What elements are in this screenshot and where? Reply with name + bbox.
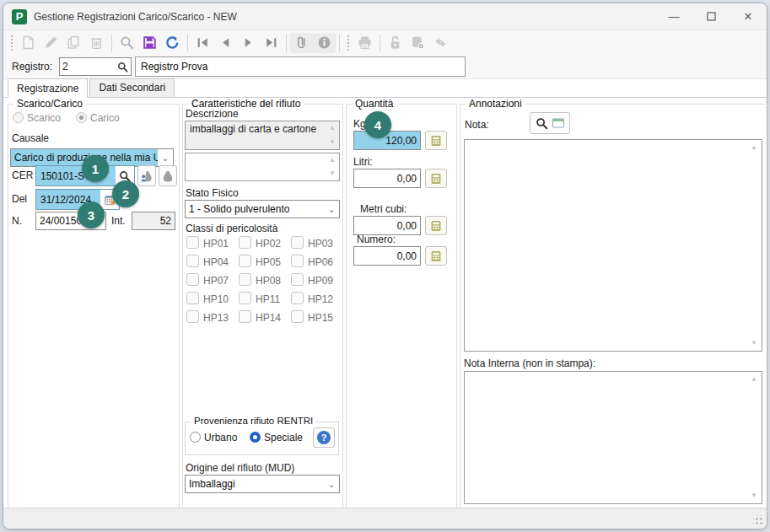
origine-mud-combobox[interactable]: Imballaggi ⌄ — [185, 475, 340, 493]
lock-open-icon — [388, 35, 402, 50]
scroll-down-icon[interactable]: ▼ — [329, 170, 336, 177]
delete-button[interactable] — [85, 33, 108, 53]
checkbox-hp13[interactable]: HP13 — [186, 310, 239, 329]
metri-cubi-calculator-button[interactable] — [425, 216, 447, 235]
stato-fisico-label: Stato Fisico — [186, 187, 239, 199]
del-date-field[interactable]: 31/12/2024 — [35, 189, 120, 210]
nav-next-icon — [241, 35, 256, 50]
archive-settings-button[interactable] — [407, 33, 429, 53]
tab-registrazione[interactable]: Registrazione — [8, 78, 88, 98]
tab-dati-secondari[interactable]: Dati Secondari — [89, 78, 175, 97]
registro-input[interactable]: 2 — [59, 57, 132, 76]
copy-icon — [67, 35, 81, 50]
origine-mud-label: Origine del rifiuto (MUD) — [186, 462, 294, 474]
numero-calculator-button[interactable] — [425, 246, 447, 266]
del-label: Del — [12, 193, 27, 205]
chevron-down-icon: ⌄ — [324, 476, 339, 492]
descrizione-label: Descrizione — [186, 108, 239, 120]
checkbox-hp03[interactable]: HP03 — [291, 236, 343, 255]
share-button[interactable] — [429, 33, 452, 53]
numero-field[interactable]: 0,00 — [353, 246, 421, 266]
nota-interna-textarea[interactable]: ▲ ▼ — [464, 371, 762, 504]
registro-search-icon[interactable] — [117, 62, 128, 73]
waste-sack-button[interactable] — [159, 165, 177, 186]
waste-producer-button[interactable] — [137, 165, 156, 186]
checkbox-hp05[interactable]: HP05 — [239, 255, 291, 273]
int-field: 52 — [132, 212, 175, 230]
radio-carico-circle — [76, 112, 87, 123]
sack-person-icon — [140, 169, 153, 183]
maximize-icon — [707, 12, 716, 21]
copy-button[interactable] — [62, 33, 85, 53]
help-button[interactable]: ? — [313, 427, 335, 448]
search-button[interactable] — [116, 33, 138, 53]
checkbox-hp01[interactable]: HP01 — [186, 236, 239, 255]
app-icon: P — [12, 9, 27, 24]
metri-cubi-field[interactable]: 0,00 — [353, 216, 421, 235]
main-toolbar — [3, 30, 767, 55]
checkbox-hp04[interactable]: HP04 — [186, 255, 239, 273]
nota-lookup-button[interactable] — [530, 112, 570, 134]
descrizione-textarea[interactable]: imballaggi di carta e cartone ▲ ▼ — [185, 121, 340, 150]
edit-button[interactable] — [40, 33, 62, 53]
scroll-down-icon[interactable]: ▼ — [751, 492, 757, 499]
nav-first-button[interactable] — [191, 33, 214, 53]
save-floppy-icon — [143, 35, 157, 50]
litri-calculator-button[interactable] — [425, 169, 447, 188]
cer-label: CER — [12, 169, 33, 181]
scroll-up-icon[interactable]: ▲ — [751, 144, 757, 151]
radio-scarico[interactable]: Scarico — [13, 112, 61, 124]
registro-value: 2 — [62, 61, 117, 73]
stato-fisico-combobox[interactable]: 1 - Solido pulverulento ⌄ — [185, 200, 340, 218]
scroll-up-icon[interactable]: ▲ — [751, 376, 757, 383]
undo-button[interactable] — [161, 33, 184, 53]
calculator-icon — [429, 134, 443, 148]
maximize-button[interactable] — [692, 3, 730, 30]
close-button[interactable]: ✕ — [730, 3, 767, 30]
radio-carico[interactable]: Carico — [76, 112, 120, 124]
status-bar — [3, 508, 767, 529]
registro-row: Registro: 2 Registro Prova — [3, 55, 767, 79]
litri-field[interactable]: 0,00 — [353, 169, 421, 188]
group-annotazioni: Annotazioni Nota: ▲ ▼ Nota Interna (non … — [460, 104, 768, 512]
descrizione-extra-textarea[interactable]: ▲ ▼ — [185, 153, 340, 181]
checkbox-hp14[interactable]: HP14 — [239, 310, 291, 329]
search-icon — [120, 35, 134, 50]
scroll-down-icon[interactable]: ▼ — [329, 139, 336, 146]
resize-grip[interactable] — [753, 515, 763, 525]
scroll-up-icon[interactable]: ▲ — [329, 125, 336, 132]
new-document-button[interactable] — [17, 33, 40, 53]
checkbox-hp07[interactable]: HP07 — [186, 273, 239, 292]
checkbox-hp08[interactable]: HP08 — [239, 273, 291, 292]
trash-icon — [89, 35, 104, 50]
radio-urbano-circle — [190, 432, 201, 443]
scroll-up-icon[interactable]: ▲ — [329, 157, 336, 164]
checkbox-hp11[interactable]: HP11 — [239, 292, 291, 310]
checkbox-hp02[interactable]: HP02 — [239, 236, 291, 255]
nav-previous-icon — [218, 35, 233, 50]
checkbox-hp12[interactable]: HP12 — [291, 292, 343, 310]
lock-button[interactable] — [384, 33, 407, 53]
annotation-badge-2: 2 — [112, 180, 139, 207]
checkbox-hp10[interactable]: HP10 — [186, 292, 239, 310]
info-button[interactable] — [313, 33, 336, 53]
nav-last-icon — [264, 35, 278, 50]
search-icon — [536, 117, 548, 130]
nav-last-button[interactable] — [260, 33, 283, 53]
print-button[interactable] — [353, 33, 376, 53]
attachment-button[interactable] — [290, 33, 313, 53]
note-window-icon — [552, 116, 565, 130]
checkbox-hp06[interactable]: HP06 — [291, 255, 343, 273]
scroll-down-icon[interactable]: ▼ — [751, 340, 757, 347]
radio-speciale[interactable]: Speciale — [250, 432, 303, 443]
printer-icon — [358, 35, 372, 50]
nav-previous-button[interactable] — [214, 33, 237, 53]
nav-next-button[interactable] — [237, 33, 260, 53]
save-button[interactable] — [138, 33, 161, 53]
minimize-button[interactable]: — — [655, 3, 692, 30]
kg-calculator-button[interactable] — [425, 131, 447, 150]
checkbox-hp09[interactable]: HP09 — [291, 273, 343, 292]
checkbox-hp15[interactable]: HP15 — [291, 310, 343, 329]
nota-textarea[interactable]: ▲ ▼ — [464, 139, 762, 352]
radio-urbano[interactable]: Urbano — [190, 432, 237, 443]
